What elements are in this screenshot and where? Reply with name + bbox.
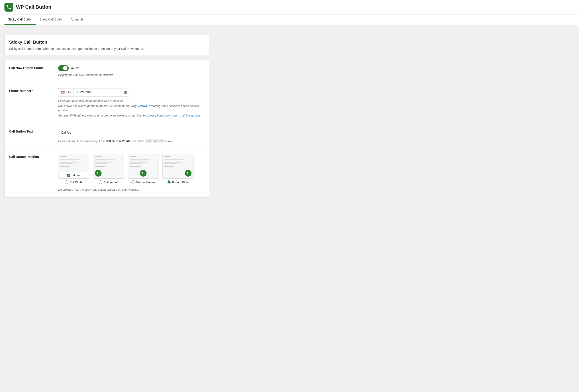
radio-bottom-center[interactable] bbox=[131, 180, 135, 184]
position-option-full-width[interactable]: Full Width bbox=[65, 180, 83, 184]
mini-lines-bl bbox=[95, 156, 102, 158]
mini-lines-bc bbox=[130, 156, 136, 158]
call-btn-bc bbox=[140, 170, 146, 177]
section-desc: Sticky call buttons scroll with the user… bbox=[9, 47, 205, 51]
button-text-hint: Enter a button text. Works only if the C… bbox=[58, 139, 205, 144]
position-control: Call Now Full Width bbox=[58, 154, 205, 192]
phone-number-input[interactable] bbox=[74, 89, 122, 96]
button-text-label: Call Button Text bbox=[9, 129, 54, 133]
call-btn-br bbox=[185, 170, 192, 177]
position-card-full-width: Call Now bbox=[58, 154, 89, 179]
radio-label-bottom-right: Bottom Right bbox=[172, 181, 189, 184]
app-header: WP Call Button bbox=[0, 0, 579, 14]
nav-tabs: Sticky Call Button Static Call Button Ab… bbox=[0, 14, 579, 25]
phone-hint2: Don't have a business phone number? We r… bbox=[58, 104, 205, 112]
radio-bottom-right[interactable] bbox=[167, 180, 171, 184]
best-phone-service-link[interactable]: best business phone service for small bu… bbox=[137, 114, 200, 117]
position-option-bottom-center[interactable]: Bottom Center bbox=[131, 180, 155, 184]
tab-about-us[interactable]: About Us bbox=[67, 14, 87, 25]
full-width-code: Full Width bbox=[145, 139, 163, 143]
position-bottom-center-wrap: Bottom Center bbox=[128, 154, 159, 184]
mini-lines-br bbox=[164, 156, 171, 158]
position-card-bottom-left bbox=[93, 154, 124, 179]
radio-label-bottom-left: Bottom Left bbox=[104, 181, 118, 184]
position-full-width-wrap: Call Now Full Width bbox=[58, 154, 89, 184]
phone-row: Phone Number * 🇺🇸 +1 ▾ ⊞ Enter your busi… bbox=[5, 83, 209, 123]
radio-label-full-width: Full Width bbox=[70, 181, 83, 184]
tab-static-call-button[interactable]: Static Call Button bbox=[36, 14, 67, 25]
phone-icon bbox=[6, 4, 11, 10]
call-button-text-input[interactable] bbox=[58, 129, 129, 136]
required-marker: * bbox=[32, 89, 33, 93]
call-button-position-bold: Call Button Position bbox=[106, 139, 133, 143]
phone-hint3: See why WPBeginner uses and recommends N… bbox=[58, 113, 205, 118]
button-text-row: Call Button Text Enter a button text. Wo… bbox=[5, 123, 209, 149]
position-bottom-right-wrap: Bottom Right bbox=[162, 154, 194, 184]
position-cards: Call Now Full Width bbox=[58, 154, 205, 184]
phone-input-wrap: 🇺🇸 +1 ▾ ⊞ bbox=[58, 88, 129, 96]
call-now-text: Call Now bbox=[72, 174, 80, 176]
main-content: Sticky Call Button Sticky call buttons s… bbox=[0, 25, 214, 203]
phone-flag-selector[interactable]: 🇺🇸 +1 ▾ bbox=[58, 88, 74, 96]
status-row: Call Now Button Status Active Display th… bbox=[5, 60, 209, 83]
position-option-bottom-right[interactable]: Bottom Right bbox=[167, 180, 189, 184]
phone-country-code: +1 bbox=[66, 91, 69, 94]
phone-hint1: Enter your business phone number with ar… bbox=[58, 99, 205, 103]
position-card-bottom-right bbox=[162, 154, 194, 179]
status-hint: Display the Call Now button on the websi… bbox=[58, 73, 205, 77]
radio-full-width[interactable] bbox=[65, 180, 68, 184]
status-toggle[interactable] bbox=[58, 65, 69, 71]
position-bottom-left-wrap: Bottom Left bbox=[93, 154, 124, 184]
status-active-label: Active bbox=[71, 66, 79, 70]
position-label: Call Button Position bbox=[9, 154, 54, 158]
radio-label-bottom-center: Bottom Center bbox=[136, 181, 155, 184]
app-logo bbox=[4, 3, 13, 11]
position-card-bottom-center bbox=[128, 154, 159, 179]
status-control: Active Display the Call Now button on th… bbox=[58, 65, 205, 77]
content-lines-bl bbox=[95, 159, 122, 169]
status-label: Call Now Button Status bbox=[9, 65, 54, 70]
toggle-wrap: Active bbox=[58, 65, 205, 71]
app-title: WP Call Button bbox=[16, 4, 51, 10]
button-text-control: Enter a button text. Works only if the C… bbox=[58, 129, 205, 144]
intro-section: Sticky Call Button Sticky call buttons s… bbox=[4, 35, 209, 55]
phone-control: 🇺🇸 +1 ▾ ⊞ Enter your business phone numb… bbox=[58, 88, 205, 118]
chevron-down-icon: ▾ bbox=[70, 91, 71, 93]
content-lines-bc bbox=[130, 159, 157, 169]
radio-bottom-left[interactable] bbox=[99, 180, 102, 184]
phone-grid-icon[interactable]: ⊞ bbox=[122, 88, 129, 96]
section-title: Sticky Call Button bbox=[9, 40, 205, 45]
flag-emoji: 🇺🇸 bbox=[61, 90, 65, 94]
toggle-slider bbox=[58, 65, 69, 71]
tab-sticky-call-button[interactable]: Sticky Call Button bbox=[4, 14, 36, 25]
phone-label: Phone Number * bbox=[9, 88, 54, 93]
call-icon-small bbox=[67, 174, 70, 177]
call-btn-bl bbox=[95, 170, 102, 177]
nextiva-link[interactable]: Nextiva bbox=[138, 104, 147, 108]
call-btn-full: Call Now bbox=[58, 172, 89, 178]
position-option-bottom-left[interactable]: Bottom Left bbox=[99, 180, 118, 184]
content-lines-br bbox=[164, 159, 192, 169]
settings-table: Call Now Button Status Active Display th… bbox=[4, 60, 209, 198]
position-hint: Determines how the sticky call button ap… bbox=[58, 188, 205, 192]
mini-lines-full bbox=[60, 156, 67, 158]
content-lines-full bbox=[60, 159, 87, 169]
position-row: Call Button Position bbox=[5, 149, 209, 197]
